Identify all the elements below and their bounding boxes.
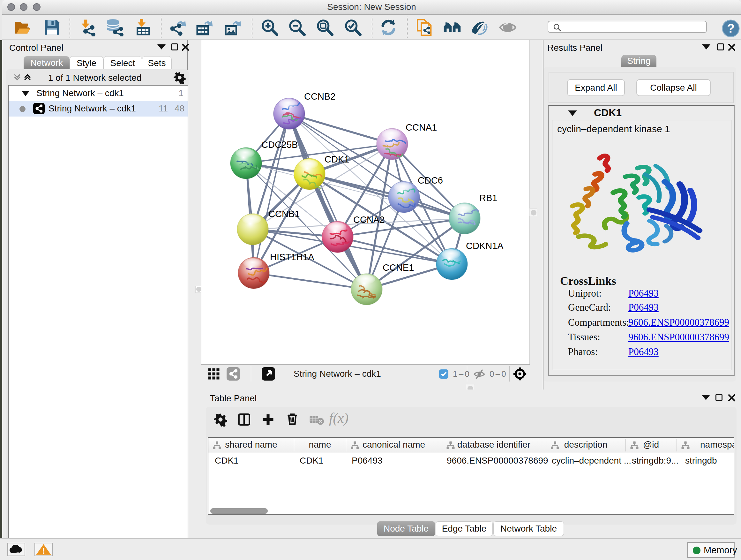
svg-text:CDKN1A: CDKN1A — [466, 241, 503, 251]
svg-text:CCNA1: CCNA1 — [406, 122, 437, 132]
svg-text:CCNE1: CCNE1 — [383, 262, 414, 273]
svg-text:CDK1: CDK1 — [325, 154, 349, 165]
svg-text:RB1: RB1 — [479, 193, 497, 203]
svg-text:CCNA2: CCNA2 — [353, 214, 385, 225]
svg-text:HIST1H1A: HIST1H1A — [270, 252, 314, 262]
svg-text:?: ? — [727, 21, 735, 35]
svg-text:CDC6: CDC6 — [418, 175, 443, 186]
svg-text:CDC25B: CDC25B — [261, 139, 298, 150]
svg-text:CCNB2: CCNB2 — [304, 91, 335, 102]
svg-text:CCNB1: CCNB1 — [268, 209, 300, 219]
